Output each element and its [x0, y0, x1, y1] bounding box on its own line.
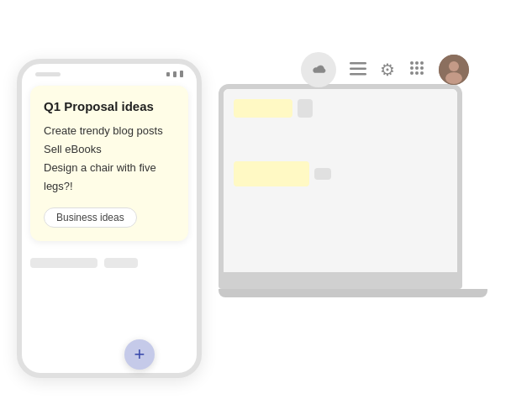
- laptop-block-gray-1: [298, 99, 313, 118]
- avatar[interactable]: [439, 55, 469, 85]
- phone-status: [166, 71, 183, 77]
- fab-button[interactable]: +: [124, 339, 155, 370]
- grid-icon[interactable]: [408, 60, 425, 81]
- phone-content: [22, 249, 197, 276]
- note-tag: Business ideas: [44, 207, 137, 228]
- svg-point-10: [415, 71, 419, 75]
- svg-point-8: [420, 66, 424, 70]
- signal-bar-3: [180, 71, 183, 77]
- svg-rect-0: [350, 62, 366, 65]
- svg-point-6: [410, 66, 414, 70]
- signal-bar-2: [173, 71, 176, 77]
- phone-content-block-2: [104, 258, 138, 268]
- laptop-block-yellow-2: [234, 161, 309, 186]
- note-item-3: Design a chair with five legs?!: [44, 159, 175, 196]
- svg-point-5: [420, 61, 424, 65]
- svg-rect-2: [350, 73, 366, 76]
- laptop-base: [219, 277, 462, 289]
- svg-point-14: [445, 72, 462, 84]
- note-item-2: Sell eBooks: [44, 140, 175, 159]
- svg-point-7: [415, 66, 419, 70]
- svg-point-9: [410, 71, 414, 75]
- laptop: [219, 84, 487, 353]
- laptop-screen: [219, 84, 462, 277]
- settings-icon[interactable]: ⚙: [380, 60, 395, 80]
- phone-time: [35, 72, 61, 76]
- phone: Q1 Proposal ideas Create trendy blog pos…: [17, 59, 202, 378]
- note-item-1: Create trendy blog posts: [44, 122, 175, 140]
- laptop-block-gray-2: [314, 168, 331, 180]
- phone-content-block-1: [30, 258, 97, 268]
- menu-icon[interactable]: [350, 60, 366, 80]
- laptop-foot: [219, 289, 487, 297]
- svg-rect-1: [350, 67, 366, 70]
- toolbar: ⚙: [301, 52, 469, 87]
- signal-bar-1: [166, 72, 170, 76]
- note-title: Q1 Proposal ideas: [44, 99, 175, 113]
- laptop-block-yellow-1: [234, 99, 292, 118]
- svg-point-3: [410, 61, 414, 65]
- svg-point-11: [420, 71, 424, 75]
- cloud-icon[interactable]: [301, 52, 336, 87]
- phone-notch: [22, 64, 197, 81]
- scene: ⚙: [0, 0, 511, 420]
- svg-point-13: [449, 61, 459, 71]
- svg-point-4: [415, 61, 419, 65]
- note-card: Q1 Proposal ideas Create trendy blog pos…: [30, 86, 188, 241]
